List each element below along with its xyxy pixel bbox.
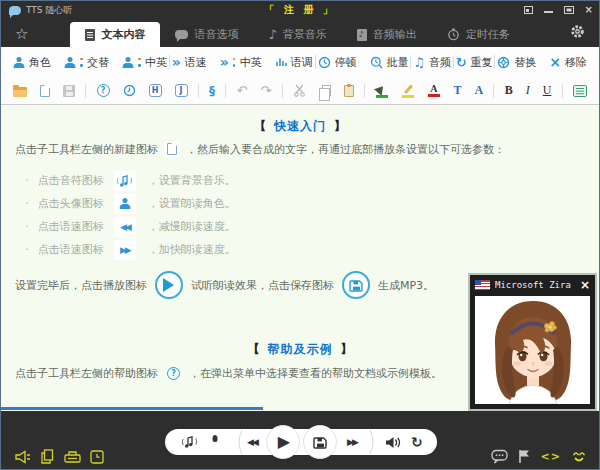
paste-icon[interactable] <box>344 85 354 97</box>
flag-icon[interactable] <box>518 449 531 464</box>
voice-avatar-window[interactable]: Microsoft Zira De × <box>468 273 597 411</box>
tab-bar: ☆ 文本内容 语音选项 ♪ 背景音乐 音频输出 <box>1 19 599 47</box>
schedule-clock-icon[interactable] <box>90 450 104 464</box>
statusbar-right: <> <box>491 449 587 464</box>
save-circle-icon <box>342 271 370 299</box>
list-icon[interactable] <box>573 85 587 97</box>
help-icon[interactable]: ? <box>97 84 110 97</box>
role-button[interactable]: 角色 <box>13 55 51 70</box>
list-item: ·点击音符图标 ，设置背景音乐。 <box>25 169 236 192</box>
code-icon[interactable]: <> <box>541 450 561 463</box>
bullet-list: ·点击音符图标 ，设置背景音乐。 ·点击头像图标 ，设置朗读角色。 ·点击语速图… <box>25 169 236 261</box>
slower-icon[interactable]: ◀◀ <box>247 429 257 455</box>
announce-icon[interactable] <box>15 450 31 464</box>
smiley-icon[interactable] <box>571 450 587 463</box>
voice-role-icon[interactable] <box>209 429 221 455</box>
save-mp3-button[interactable] <box>303 425 337 459</box>
undo-icon[interactable]: ↶ <box>237 84 248 97</box>
paragraph-icon[interactable]: § <box>209 84 215 98</box>
paragraph-help: 点击子工具栏左侧的帮助图标 ? ，在弹出菜单中选择要查看的帮助文档或示例模板。 <box>15 365 442 382</box>
progress-bar <box>1 407 263 410</box>
italic-icon[interactable]: I <box>526 83 530 98</box>
alternate-button[interactable]: 交替 <box>64 55 109 70</box>
voice-name: Microsoft Zira De <box>495 280 575 290</box>
audio-button[interactable]: ♫ 音频 <box>413 55 451 70</box>
list-item: ·点击语速图标 ▶▶ ，加快朗读速度。 <box>25 238 236 261</box>
statusbar-left <box>15 449 104 464</box>
batch-button[interactable]: 批量 <box>370 55 409 70</box>
repeat-button[interactable]: ↻ 重复 <box>456 55 493 70</box>
new-icon[interactable] <box>40 85 50 97</box>
cut-icon[interactable] <box>293 84 306 97</box>
clock-icon <box>318 56 331 69</box>
close-icon[interactable]: × <box>585 5 593 15</box>
open-icon[interactable] <box>13 87 27 97</box>
player-pill: ◀◀ ▶ ▶▶ ↻ <box>165 429 437 455</box>
avatar-close-icon[interactable]: × <box>580 279 590 291</box>
fill-color-icon[interactable] <box>375 84 388 98</box>
tab-background-music[interactable]: ♪ 背景音乐 <box>253 22 341 47</box>
font-family-icon[interactable]: A <box>474 83 483 98</box>
person-icon <box>114 194 136 214</box>
tab-text-content[interactable]: 文本内容 <box>70 22 160 47</box>
avatar-titlebar: Microsoft Zira De × <box>470 275 595 294</box>
list-item: ·点击头像图标 ，设置朗读角色。 <box>25 192 236 215</box>
cn-en-role-button[interactable]: 中英 <box>122 55 167 70</box>
list-item: ·点击语速图标 ◀◀ ，减慢朗读速度。 <box>25 215 236 238</box>
save-icon[interactable] <box>63 85 75 97</box>
person-icon <box>122 57 134 68</box>
tab-audio-output[interactable]: 音频输出 <box>342 22 432 47</box>
speed-icon: » <box>220 55 229 69</box>
paragraph-new-doc: 点击子工具栏左侧的新建图标 ，然后输入要合成的文字，再通过底部播放条设置以下可选… <box>15 141 505 157</box>
comment-bubble-icon[interactable] <box>491 449 508 464</box>
avatar-image <box>475 296 590 404</box>
faster-icon[interactable]: ▶▶ <box>347 429 357 455</box>
section-title-quick-start: 【快速入门】 <box>1 118 599 135</box>
repeat-icon[interactable]: ↻ <box>411 429 423 455</box>
font-size-icon[interactable]: T <box>453 83 461 98</box>
tab-scheduled-tasks[interactable]: 定时任务 <box>432 22 525 47</box>
hotkey-h-icon[interactable]: H <box>149 84 162 97</box>
skin-icon[interactable] <box>524 6 533 14</box>
favorites-star-icon[interactable]: ☆ <box>15 25 28 43</box>
speech-bubble-icon <box>175 30 188 39</box>
bold-icon[interactable]: B <box>505 83 513 98</box>
refresh-icon: ↻ <box>456 56 467 69</box>
underline-icon[interactable]: U <box>543 83 552 98</box>
highlight-icon[interactable] <box>401 84 414 98</box>
app-window: TTS 随心听 「 注 册 」 × ☆ 文本内容 语音选项 ♪ 背景音乐 <box>0 0 600 470</box>
bgm-note-icon[interactable] <box>181 429 198 455</box>
hotkey-j-icon[interactable]: J <box>175 84 188 97</box>
tone-bars-icon <box>275 56 287 68</box>
copy-docs-icon[interactable] <box>40 449 55 464</box>
timer-icon <box>447 28 460 41</box>
device-icon[interactable] <box>64 450 81 464</box>
tab-voice-options[interactable]: 语音选项 <box>160 22 253 47</box>
bgm-note-icon <box>114 171 136 191</box>
tone-button[interactable]: 语调 <box>275 55 313 70</box>
redo-icon[interactable]: ↷ <box>261 84 272 97</box>
speed-icon: » <box>172 55 181 69</box>
music-notes-icon: ♫ <box>413 56 425 69</box>
cn-en-speed-button[interactable]: » 中英 <box>220 55 262 70</box>
remove-button[interactable]: × 移除 <box>549 55 587 70</box>
settings-gear-icon[interactable] <box>570 24 585 43</box>
us-flag-icon <box>475 280 490 290</box>
play-button[interactable]: ▶ <box>266 425 300 459</box>
rewind-icon: ◀◀ <box>114 217 136 237</box>
copy-icon[interactable] <box>322 85 331 96</box>
main-toolbar: 角色 交替 中英 » 语速 » 中英 语调 <box>1 47 599 77</box>
history-icon[interactable] <box>123 84 136 97</box>
save-icon <box>313 435 328 450</box>
register-link[interactable]: 「 注 册 」 <box>1 3 599 17</box>
font-color-icon[interactable]: A <box>427 84 440 97</box>
paragraph-play-save: 设置完毕后，点击播放图标 试听朗读效果，点击保存图标 生成MP3。 <box>15 271 434 299</box>
person-icon <box>64 57 76 68</box>
speed-button[interactable]: » 语速 <box>172 55 207 70</box>
maximize-icon[interactable] <box>564 6 574 14</box>
replace-button[interactable]: 替换 <box>497 55 536 70</box>
volume-icon[interactable] <box>385 429 401 455</box>
pause-button[interactable]: 停顿 <box>318 55 357 70</box>
minimize-icon[interactable] <box>544 6 553 14</box>
arc-right <box>369 429 377 455</box>
